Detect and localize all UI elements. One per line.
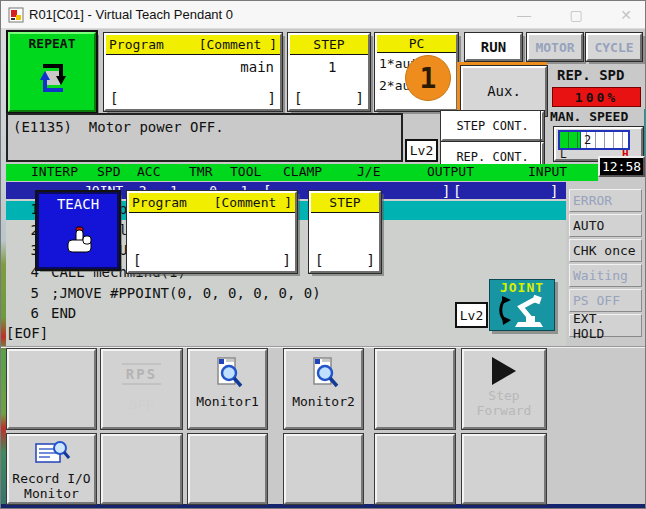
softkey-empty[interactable]: [7, 349, 96, 429]
program-panel-comment: [Comment ]: [199, 37, 277, 52]
repeat-label: REPEAT: [10, 36, 94, 51]
softkey-empty[interactable]: [462, 434, 546, 504]
aux-button[interactable]: Aux.: [461, 66, 547, 116]
softkey-empty[interactable]: [375, 434, 455, 504]
status-header-bar: INTERP SPD ACC TMR TOOL CLAMP J/E OUTPUT…: [6, 164, 598, 181]
softkey-monitor2[interactable]: Monitor2: [284, 349, 363, 429]
window-title: R01[C01] - Virtual Teach Pendant 0: [29, 7, 233, 22]
status-key-ext-hold[interactable]: EXT. HOLD: [569, 314, 642, 337]
step-cont-button[interactable]: STEP CONT.: [441, 111, 544, 141]
motor-button[interactable]: MOTOR: [527, 33, 583, 61]
step-value: 1: [328, 59, 336, 75]
col-input: INPUT: [528, 164, 567, 179]
bracket: [: [110, 90, 118, 106]
monitor2-label: Monitor2: [286, 394, 361, 409]
monitor-magnifier-icon: [213, 356, 243, 390]
rep-spd-label: REP. SPD: [557, 67, 624, 83]
softkey-record-io-monitor[interactable]: Record I/O Monitor: [7, 434, 96, 504]
line-text: ;JMOVE #PPOINT(0, 0, 0, 0, 0, 0): [51, 285, 321, 304]
rps-off-label: OFF: [103, 397, 180, 413]
bracket: [: [294, 90, 302, 106]
status-key-error[interactable]: ERROR: [569, 189, 642, 212]
status-key-ps-off[interactable]: PS OFF: [569, 289, 642, 312]
program-name-value: main: [240, 59, 274, 75]
joint-label: JOINT: [490, 280, 554, 295]
col-clamp: CLAMP: [283, 164, 322, 179]
lv2-indicator: Lv2: [405, 139, 438, 162]
close-button[interactable]: ✕: [611, 1, 641, 29]
col-spd: SPD: [97, 164, 120, 179]
line-number: 6: [6, 305, 39, 324]
status-key-chk-once[interactable]: CHK once: [569, 239, 642, 262]
error-message: (E1135) Motor power OFF.: [13, 119, 224, 135]
bracket: ]: [550, 183, 558, 199]
bracket: [: [315, 252, 323, 268]
step-panel: STEP 1 [ ]: [288, 33, 370, 111]
softkey-empty[interactable]: [188, 434, 267, 504]
aux-label: Aux.: [487, 83, 521, 99]
aux-highlight-frame: Aux.: [457, 62, 547, 116]
monitor1-label: Monitor1: [190, 394, 265, 409]
col-acc: ACC: [137, 164, 160, 179]
clock: 12:58: [598, 156, 645, 177]
bracket: [: [133, 252, 141, 268]
status-key-label: Waiting: [573, 268, 628, 283]
repeat-mode-button[interactable]: REPEAT: [8, 32, 96, 112]
status-key-waiting[interactable]: Waiting: [569, 264, 642, 287]
program-panel: Program [Comment ] main [ ]: [104, 33, 282, 111]
popup-program-comment: [Comment ]: [214, 195, 292, 210]
rep-spd-value: 100%: [552, 87, 641, 107]
line-text: END: [51, 305, 76, 324]
robot-arm-icon: [494, 294, 552, 330]
bracket: [: [453, 183, 461, 199]
maximize-button[interactable]: ▢: [561, 1, 591, 29]
program-panel-title: Program: [109, 37, 164, 52]
record-io-monitor-icon: [34, 439, 70, 467]
teach-label: TEACH: [39, 196, 117, 212]
run-label: RUN: [481, 39, 506, 55]
motor-label: MOTOR: [535, 40, 574, 55]
step-cont-label: STEP CONT.: [456, 119, 528, 133]
softkey-empty[interactable]: [101, 434, 182, 504]
softkey-monitor1[interactable]: Monitor1: [188, 349, 267, 429]
minimize-button[interactable]: —: [509, 1, 539, 29]
status-key-label: PS OFF: [573, 293, 620, 308]
record-io-label-1: Record I/O: [9, 471, 94, 486]
virtual-teach-pendant-window: R01[C01] - Virtual Teach Pendant 0 — ▢ ✕…: [0, 0, 646, 509]
cycle-arrows-icon: [33, 58, 73, 98]
annotation-step-badge: 1: [405, 55, 451, 101]
line-number: 3: [6, 242, 39, 261]
eof-text: [EOF]: [6, 325, 48, 344]
col-interp: INTERP: [31, 164, 78, 179]
status-key-label: CHK once: [573, 243, 636, 258]
lv2-indicator-2: Lv2: [455, 302, 488, 328]
popup-step-title: STEP: [329, 195, 360, 210]
softkey-empty[interactable]: [375, 349, 455, 429]
message-box: (E1135) Motor power OFF.: [6, 113, 403, 162]
softkey-empty[interactable]: [284, 434, 363, 504]
program-select-popup: Program [Comment ] [ ]: [127, 191, 297, 273]
title-bar: R01[C01] - Virtual Teach Pendant 0 — ▢ ✕: [1, 1, 646, 29]
monitor-magnifier-icon: [309, 356, 339, 390]
status-key-label: AUTO: [573, 218, 604, 233]
bracket: ]: [283, 252, 291, 268]
step-forward-label-2: Forward: [464, 403, 544, 418]
step-select-popup: STEP [ ]: [309, 191, 381, 273]
divider: [1, 346, 646, 348]
status-key-auto[interactable]: AUTO: [569, 214, 642, 237]
col-tmr: TMR: [189, 164, 212, 179]
status-key-label: EXT. HOLD: [573, 311, 641, 341]
softkey-step-forward[interactable]: Step Forward: [462, 349, 546, 429]
step-panel-title: STEP: [313, 37, 344, 52]
bracket: ]: [356, 90, 364, 106]
desktop-bottom-strip: [1, 504, 646, 509]
gauge-low-label: L: [560, 148, 567, 161]
record-io-label-2: Monitor: [9, 486, 94, 501]
line-number: 1: [6, 201, 39, 220]
run-button[interactable]: RUN: [465, 33, 522, 61]
pc-panel-title: PC: [409, 36, 425, 51]
joint-mode-button[interactable]: JOINT: [489, 279, 555, 331]
line-number: 2: [6, 222, 39, 241]
cycle-button[interactable]: CYCLE: [586, 33, 642, 61]
softkey-rps-off[interactable]: RPS OFF: [101, 349, 182, 429]
